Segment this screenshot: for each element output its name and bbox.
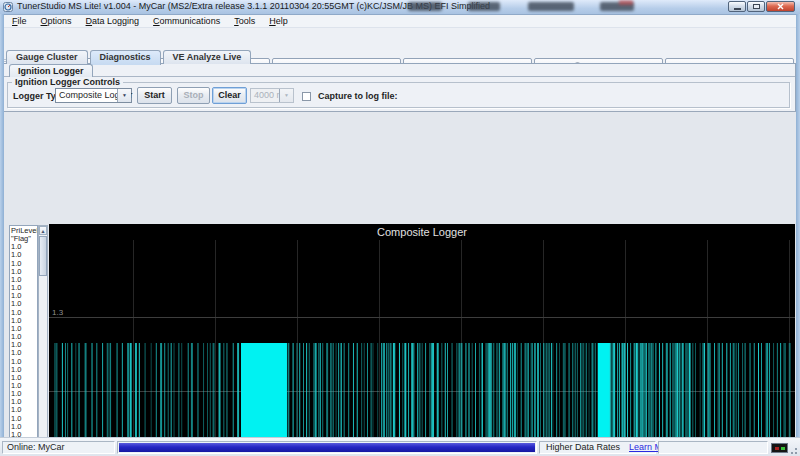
stop-button: Stop [177,87,210,104]
chevron-down-icon[interactable]: ▼ [117,89,131,102]
main-tabs: Gauge Cluster Diagnostics VE Analyze Liv… [6,50,251,65]
window-frame [796,14,800,437]
toolbar: Basic setup Startup/idle Accel Enrich [0,28,800,50]
empty-status-cell [658,441,768,454]
tab-ve-analyze-live[interactable]: VE Analyze Live [163,50,252,64]
resize-grip[interactable] [789,446,798,455]
tab-gauge-cluster[interactable]: Gauge Cluster [6,50,88,64]
interval-select: 4000 ms ▼ [250,88,294,103]
maximize-button[interactable] [747,1,765,12]
window-frame [0,14,4,437]
logger-controls-title: Ignition Logger Controls [12,77,123,87]
progress-bar [119,443,535,452]
app-window: TunerStudio MS Lite! v1.004 - MyCar (MS2… [0,0,800,456]
chevron-down-icon: ▼ [279,89,293,102]
data-rate-led-icon [771,443,788,453]
menu-tools[interactable]: Tools [227,16,262,26]
logger-type-select[interactable]: Composite Logger ▼ [55,88,132,103]
tab-diagnostics[interactable]: Diagnostics [90,50,161,65]
minimize-button[interactable] [728,1,746,12]
clear-button[interactable]: Clear [212,87,247,104]
scroll-up-icon[interactable]: ▲ [39,226,47,235]
menu-help[interactable]: Help [262,16,295,26]
window-controls [728,1,795,12]
redacted-blur [528,2,574,11]
menu-bar: File Options Data Logging Communications… [0,15,800,28]
redacted-blur [468,2,500,11]
menu-data-logging[interactable]: Data Logging [79,16,147,26]
connection-status: Online: MyCar [2,441,115,454]
scale-label-top: 1.3 [52,308,63,317]
data-progress-cell [117,441,537,454]
menu-file[interactable]: File [5,16,34,26]
redacted-blur [619,0,633,5]
composite-logger-chart: Composite Logger 1.3 -0.2 [49,224,795,456]
logger-view: PriLevel"Flag"1.01.01.01.01.01.01.01.01.… [4,111,796,437]
channel-list-vertical-scrollbar[interactable]: ▲ ▼ [38,225,48,456]
maximize-icon [753,4,760,9]
minimize-icon [734,8,741,10]
close-icon [777,3,784,10]
capture-label: Capture to log file: [318,90,398,102]
title-bar[interactable]: TunerStudio MS Lite! v1.004 - MyCar (MS2… [0,0,800,15]
redacted-blur [408,2,442,11]
signal-plot [49,224,795,456]
close-button[interactable] [766,1,795,12]
scrollbar-thumb[interactable] [39,236,47,276]
app-icon [3,2,13,12]
rates-cell: Higher Data Rates Learn More! [539,441,656,454]
tab-ignition-logger[interactable]: Ignition Logger [9,64,93,77]
start-button[interactable]: Start [137,87,172,104]
rates-text: Higher Data Rates [546,442,620,453]
channel-list[interactable]: PriLevel"Flag"1.01.01.01.01.01.01.01.01.… [9,225,38,456]
menu-options[interactable]: Options [34,16,79,26]
menu-communications[interactable]: Communications [146,16,227,26]
capture-checkbox[interactable] [302,92,311,101]
status-bar: Online: MyCar Higher Data Rates Learn Mo… [0,437,800,456]
chart-title: Composite Logger [49,226,795,238]
